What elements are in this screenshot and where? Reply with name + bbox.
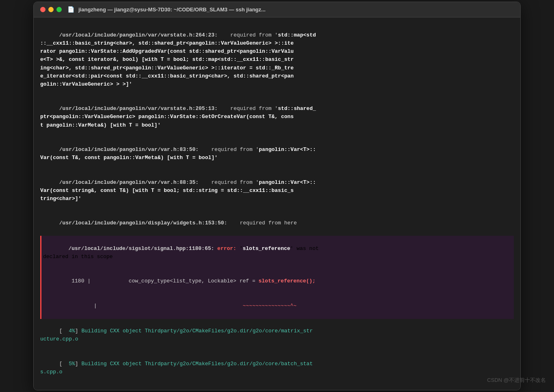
terminal-body[interactable]: /usr/local/include/pangolin/var/varstate… (34, 17, 520, 390)
window-title: jiangzheng — jiangz@sysu-MS-7D30: ~/CODE… (78, 6, 266, 13)
traffic-lights (40, 7, 62, 12)
terminal-line: /usr/local/include/pangolin/display/widg… (40, 211, 514, 235)
build-line-5pct: [ 5%] Building CXX object Thirdparty/g2o… (40, 352, 514, 385)
maximize-button[interactable] (56, 7, 62, 12)
terminal-window: 📄 jiangzheng — jiangz@sysu-MS-7D30: ~/CO… (33, 2, 521, 390)
watermark: CSDN @不进前十不改名 (487, 377, 546, 384)
terminal-line: /usr/local/include/pangolin/var/var.h:88… (40, 170, 514, 211)
title-bar: 📄 jiangzheng — jiangz@sysu-MS-7D30: ~/CO… (34, 2, 520, 17)
terminal-line: /usr/local/include/pangolin/var/var.h:83… (40, 138, 514, 170)
terminal-line: /usr/local/include/pangolin/var/varstate… (40, 23, 514, 97)
close-button[interactable] (40, 7, 45, 12)
code-line: 1180 | cow_copy_type<list_type, Lockable… (43, 269, 514, 293)
error-block: /usr/local/include/sigslot/signal.hpp:11… (40, 236, 514, 319)
build-line-4pct: [ 4%] Building CXX object Thirdparty/g2o… (40, 319, 514, 352)
minimize-button[interactable] (48, 7, 54, 12)
error-line: /usr/local/include/sigslot/signal.hpp:11… (43, 237, 514, 269)
terminal-line: /usr/local/include/pangolin/var/varstate… (40, 97, 514, 138)
terminal-icon: 📄 (67, 6, 74, 13)
tilde-line: | ~~~~~~~~~~~~~~~^~ (43, 294, 514, 318)
